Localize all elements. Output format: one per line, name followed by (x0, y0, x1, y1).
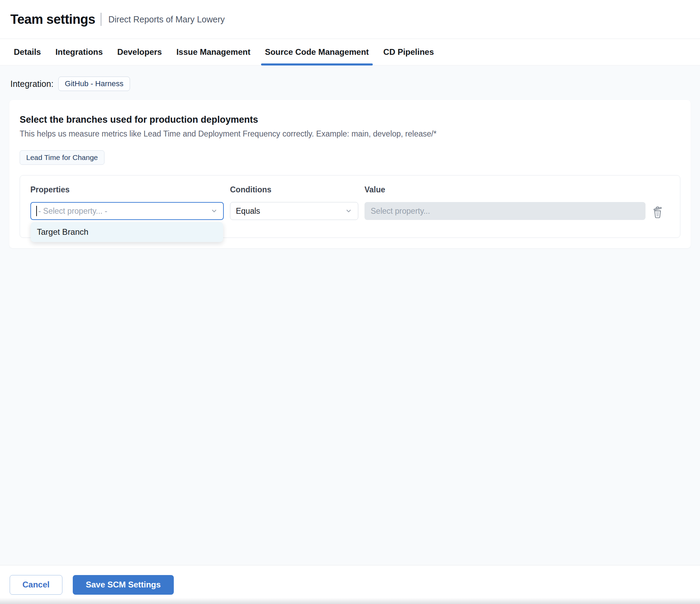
page-subtitle: Direct Reports of Mary Lowery (108, 14, 225, 24)
rule-box: Properties Conditions Value - Select pro… (20, 175, 680, 238)
property-select-placeholder: - Select property... - (38, 207, 208, 216)
cancel-button[interactable]: Cancel (10, 575, 62, 595)
rule-labels-row: Properties Conditions Value (30, 185, 670, 202)
tab-issue-management-label: Issue Management (176, 47, 250, 57)
value-input-placeholder: Select property... (371, 207, 430, 216)
value-column-label: Value (364, 185, 646, 194)
title-divider (101, 13, 101, 26)
conditions-column-label: Conditions (230, 185, 358, 194)
tab-developers-label: Developers (117, 47, 162, 57)
properties-column-label: Properties (30, 185, 224, 194)
tab-integrations[interactable]: Integrations (48, 39, 110, 65)
tab-details-label: Details (14, 47, 41, 57)
tab-details[interactable]: Details (7, 39, 48, 65)
integration-chip[interactable]: GitHub - Harness (58, 77, 130, 91)
content-area: Integration: GitHub - Harness Select the… (0, 66, 700, 565)
footer-bar: Cancel Save SCM Settings (0, 565, 700, 604)
integration-row: Integration: GitHub - Harness (9, 77, 691, 91)
tab-source-code-management[interactable]: Source Code Management (258, 39, 376, 65)
team-settings-page: Team settings Direct Reports of Mary Low… (0, 0, 700, 604)
delete-rule-button[interactable] (651, 205, 664, 221)
tab-developers[interactable]: Developers (110, 39, 169, 65)
card-description: This helps us measure metrics like Lead … (20, 129, 680, 139)
chevron-down-icon (345, 207, 352, 215)
value-input: Select property... (364, 202, 646, 220)
scm-settings-card: Select the branches used for production … (9, 100, 691, 248)
save-scm-settings-button[interactable]: Save SCM Settings (73, 575, 174, 595)
metric-tab-lead-time-for-change[interactable]: Lead Time for Change (20, 150, 104, 165)
chevron-down-icon (210, 207, 218, 215)
text-cursor (36, 206, 37, 216)
tab-integrations-label: Integrations (56, 47, 103, 57)
property-select[interactable]: - Select property... - (30, 202, 224, 220)
card-heading: Select the branches used for production … (20, 114, 680, 125)
page-title: Team settings (10, 12, 95, 27)
page-header: Team settings Direct Reports of Mary Low… (0, 0, 700, 39)
trash-icon (652, 205, 663, 219)
tab-source-code-management-label: Source Code Management (265, 47, 369, 57)
integration-label: Integration: (10, 79, 53, 89)
rule-fields-row: - Select property... - Target Branch Equ… (30, 202, 670, 221)
tab-cd-pipelines-label: CD Pipelines (383, 47, 434, 57)
tab-issue-management[interactable]: Issue Management (169, 39, 258, 65)
tab-cd-pipelines[interactable]: CD Pipelines (376, 39, 441, 65)
condition-select-value: Equals (236, 207, 342, 216)
dropdown-option-target-branch[interactable]: Target Branch (31, 222, 223, 242)
condition-select[interactable]: Equals (230, 202, 358, 220)
property-dropdown: Target Branch (31, 222, 223, 242)
tab-bar: Details Integrations Developers Issue Ma… (0, 39, 700, 66)
